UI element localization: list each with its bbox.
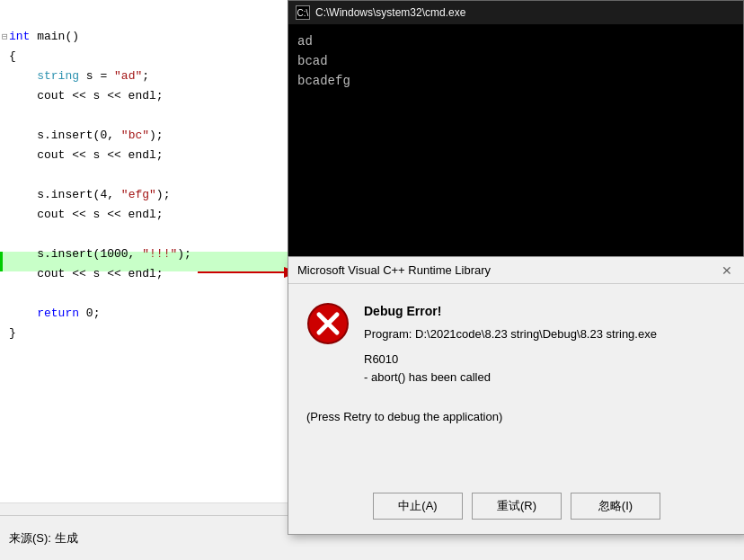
scrollbar-area[interactable] [0,502,297,515]
error-top-row: Debug Error! Program: D:\2021code\8.23 s… [306,302,727,387]
code-editor: ⊟ int main() { string s = "ad"; cout << … [0,0,297,560]
error-dialog: Microsoft Visual C++ Runtime Library ✕ D… [288,256,744,535]
error-hint: (Press Retry to debug the application) [288,404,744,429]
cmd-title: C:\Windows\system32\cmd.exe [315,6,465,19]
ignore-button[interactable]: 忽略(I) [571,493,660,520]
debug-error-label: Debug Error! [364,302,657,320]
collapse-indicator: ⊟ [2,27,8,47]
cmd-titlebar: C:\ C:\Windows\system32\cmd.exe [288,1,743,24]
error-body: Debug Error! Program: D:\2021code\8.23 s… [288,284,744,404]
cmd-line-1: ad [297,31,734,51]
error-code: R6010 [364,351,657,369]
cmd-line-3: bcadefg [297,71,734,91]
error-icon [306,302,350,345]
cmd-content: ad bcad bcadefg [288,24,743,98]
error-dialog-title: Microsoft Visual C++ Runtime Library [297,263,491,277]
close-button[interactable]: ✕ [718,262,736,280]
retry-button[interactable]: 重试(R) [472,493,562,520]
cmd-window: C:\ C:\Windows\system32\cmd.exe ad bcad … [288,0,744,261]
error-text-block: Debug Error! Program: D:\2021code\8.23 s… [364,302,657,387]
bottom-toolbar: 来源(S): 生成 [0,515,297,560]
cmd-line-2: bcad [297,51,734,71]
program-path: Program: D:\2021code\8.23 string\Debug\8… [364,325,657,343]
abort-button[interactable]: 中止(A) [373,493,463,520]
build-label: 生成 [55,530,78,547]
code-content: int main() { string s = "ad"; cout << s … [9,27,191,343]
cmd-icon: C:\ [296,5,310,20]
error-message: - abort() has been called [364,369,657,387]
source-label: 来源(S): [9,530,51,547]
error-buttons: 中止(A) 重试(R) 忽略(I) [288,493,744,520]
error-titlebar: Microsoft Visual C++ Runtime Library ✕ [288,257,744,284]
